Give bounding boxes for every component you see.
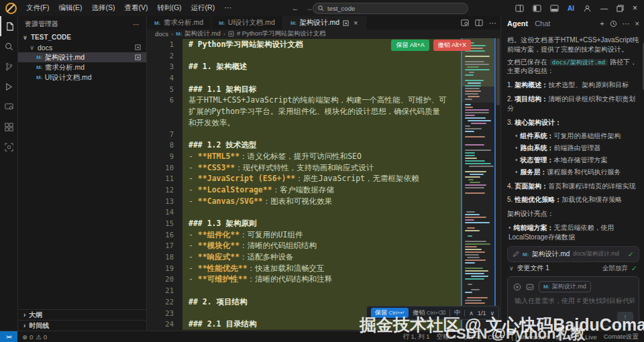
accept-check-icon[interactable]: ✓: [628, 250, 634, 259]
code-line[interactable]: 14: [147, 207, 462, 218]
toggle-panel-icon[interactable]: [550, 4, 559, 13]
code-line[interactable]: 18- **响应式**：适配多种设备: [147, 251, 462, 263]
restore-button[interactable]: [616, 5, 624, 12]
code-line[interactable]: 15### 1.3 架构原则: [147, 218, 462, 229]
eol[interactable]: CRLF: [488, 333, 504, 341]
code-line[interactable]: 3## 1. 架构概述: [147, 61, 462, 72]
code-line[interactable]: 10- **CSS3**：现代样式特性，支持动画和响应式设计: [147, 162, 462, 174]
minimize-button[interactable]: —: [600, 4, 608, 12]
history-icon[interactable]: [610, 20, 617, 27]
code-line[interactable]: 和开发效率。: [147, 117, 462, 129]
comate-ai-icon[interactable]: AI: [568, 5, 574, 12]
code-line[interactable]: 8### 1.2 技术选型: [147, 139, 462, 151]
sidebar-more-icon[interactable]: ⋯: [133, 21, 140, 28]
editor-scrollbar[interactable]: [496, 38, 500, 331]
code-line[interactable]: 11- **JavaScript (ES6+)**：原生JavaScript，无…: [147, 173, 462, 184]
customize-layout-icon[interactable]: [515, 4, 524, 13]
language-mode[interactable]: { }Markdown: [511, 333, 549, 341]
scrollbar-slider[interactable]: [496, 38, 500, 105]
menu-goto[interactable]: 转到(G): [153, 2, 185, 14]
run-debug-icon[interactable]: [0, 76, 17, 97]
changed-file-card[interactable]: M↓ 架构设计.md docs/架构设计.md ✓: [507, 246, 639, 262]
source-control-icon[interactable]: [0, 56, 17, 76]
open-preview-icon[interactable]: [461, 19, 469, 27]
tab-agent[interactable]: Agent: [507, 19, 528, 27]
code-line[interactable]: 7: [147, 129, 462, 140]
code-line[interactable]: 13- **Canvas/SVG**：图表和可视化效果: [147, 196, 462, 207]
code-line[interactable]: 9- **HTML5**：语义化标签，提升可访问性和SEO: [147, 151, 462, 162]
code-line[interactable]: 20- **可维护性**：清晰的代码结构和注释: [147, 274, 462, 285]
new-chat-icon[interactable]: +: [600, 19, 604, 27]
tab-architecture[interactable]: M↓ 架构设计.md ×: [283, 16, 366, 30]
context-file-chip[interactable]: M↓ 架构设计.md: [539, 281, 591, 292]
editor-body[interactable]: 1# Python学习网站架构设计文档23## 1. 架构概述45### 1.1…: [147, 38, 500, 331]
breadcrumb-docs[interactable]: docs: [155, 30, 168, 38]
command-center-search[interactable]: test_code: [313, 3, 468, 14]
chat-more-icon[interactable]: ⋯: [623, 19, 630, 28]
code-line[interactable]: 2: [147, 50, 462, 62]
send-button[interactable]: ↑: [617, 312, 633, 322]
breadcrumb-heading[interactable]: # Python学习网站架构设计文档: [237, 30, 326, 38]
keep-change-button[interactable]: 保留 Alt+A: [391, 40, 429, 51]
menu-more[interactable]: ⋯: [220, 2, 235, 14]
close-panel-icon[interactable]: ×: [635, 19, 639, 27]
remote-explorer-icon[interactable]: [0, 97, 17, 117]
discard-all-button[interactable]: 全部放弃: [602, 264, 628, 273]
code-line[interactable]: 扩展的Python学习平台。采用组件化、模块化的设计思想，确保代码质量: [147, 106, 462, 117]
problems-errors[interactable]: ⊗0: [22, 333, 33, 341]
cursor-position[interactable]: 行 1, 列 1: [402, 333, 429, 341]
chat-input[interactable]: [513, 296, 636, 305]
undo-button[interactable]: 撤销 Ctrl+⌫: [413, 308, 445, 317]
changed-files-row[interactable]: ∨ 变更文件 1 全部放弃 ✓: [507, 262, 639, 274]
tab-chat[interactable]: Chat: [535, 19, 550, 27]
timeline-section[interactable]: › 时间线: [18, 320, 146, 331]
encoding[interactable]: UTF-8: [463, 333, 481, 341]
code-line[interactable]: 16- **组件化**：可复用的UI组件: [147, 229, 462, 241]
ports-icon[interactable]: ≣: [555, 333, 561, 341]
comate-settings[interactable]: Comate设置: [604, 333, 639, 341]
outline-section[interactable]: › 大纲: [18, 309, 146, 320]
breadcrumb[interactable]: docs › M↓ 架构设计.md › # Python学习网站架构设计文档: [147, 30, 500, 38]
tab-requirements[interactable]: M↓ 需求分析.md: [147, 16, 211, 30]
account-icon[interactable]: [583, 4, 592, 13]
tree-root-test-code[interactable]: ∨ TEST_CODE: [18, 32, 146, 42]
code-line[interactable]: 6基于HTML+CSS+JavaScript的纯前端架构，构建一个高性能、可维护…: [147, 95, 462, 106]
menu-edit[interactable]: 编辑(E): [54, 2, 86, 14]
explorer-icon[interactable]: [0, 16, 17, 36]
code-line[interactable]: 24### 2.1 目录结构: [147, 319, 462, 330]
prev-change-icon[interactable]: ∧: [469, 310, 474, 317]
extensions-icon[interactable]: [0, 117, 17, 137]
close-tab-icon[interactable]: ×: [354, 19, 358, 27]
tab-ui-design[interactable]: M↓ UI设计文档.md: [211, 16, 283, 30]
tree-file-requirements[interactable]: M↓ 需求分析.md: [18, 62, 146, 72]
problems-warnings[interactable]: ⚠0: [36, 333, 47, 341]
remote-indicator[interactable]: ><: [0, 331, 17, 342]
code-line[interactable]: 12- **LocalStorage**：客户端数据存储: [147, 184, 462, 196]
chat-messages[interactable]: 档。这份文档基于HTML+CSS+JavaScript纯前端方案，提供了完整的技…: [501, 31, 644, 243]
indentation[interactable]: 空格: 4: [437, 333, 457, 341]
menu-file[interactable]: 文件(F): [22, 2, 53, 14]
go-live[interactable]: ◎Go Live: [568, 333, 597, 341]
menu-view[interactable]: 查看(V): [120, 2, 152, 14]
accept-all-icon[interactable]: ✓: [631, 264, 637, 273]
keep-button[interactable]: 保留 Ctrl+↵: [371, 308, 409, 318]
tree-folder-docs[interactable]: ∨ docs: [18, 42, 146, 52]
menu-run[interactable]: 运行(R): [187, 2, 219, 14]
minimap[interactable]: [461, 38, 496, 331]
add-context-icon[interactable]: [513, 283, 521, 291]
code-line[interactable]: 17- **模块化**：清晰的代码组织结构: [147, 240, 462, 251]
split-editor-icon[interactable]: [475, 19, 483, 27]
next-change-icon[interactable]: ∨: [490, 310, 494, 317]
code-line[interactable]: 19- **性能优先**：快速加载和流畅交互: [147, 263, 462, 274]
menu-selection[interactable]: 选择(S): [87, 2, 119, 14]
code-line[interactable]: 4: [147, 72, 462, 84]
comate-scan-icon[interactable]: [0, 137, 17, 157]
close-window-button[interactable]: ×: [633, 3, 637, 13]
image-icon[interactable]: [526, 283, 534, 291]
editor-more-icon[interactable]: ⋯: [489, 19, 496, 27]
search-icon[interactable]: [0, 36, 17, 56]
code-line[interactable]: 21: [147, 285, 462, 296]
code-line[interactable]: 5### 1.1 架构目标: [147, 84, 462, 95]
breadcrumb-file[interactable]: 架构设计.md: [184, 30, 221, 38]
tree-file-ui-design[interactable]: M↓ UI设计文档.md: [18, 72, 146, 82]
